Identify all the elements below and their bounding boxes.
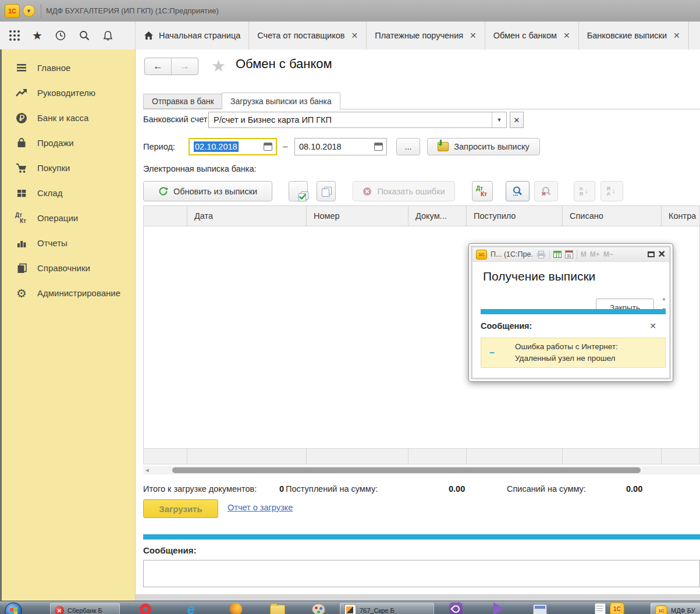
close-icon[interactable]: ✕ (351, 31, 358, 40)
column-written-off[interactable]: Списано (563, 206, 662, 226)
cancel-find-button[interactable] (534, 181, 558, 201)
shopping-cart-icon (15, 161, 29, 175)
memory-mplus-button[interactable]: M+ (590, 250, 600, 258)
functions-menu-icon[interactable] (9, 30, 20, 41)
quick-toolbar: ★ (0, 22, 136, 49)
find-icon (512, 186, 523, 197)
taskbar-paint-icon[interactable] (312, 604, 325, 614)
horizontal-scrollbar[interactable]: ◄ (143, 466, 700, 474)
tab-bank-statements[interactable]: Банковские выписки ✕ (579, 22, 689, 49)
calendar-day-icon[interactable]: 31 (565, 250, 573, 258)
sidebar-item-references[interactable]: Справочники (2, 255, 135, 281)
sidebar-item-administration[interactable]: ⚙ Администрирование (2, 281, 135, 306)
column-checkbox[interactable] (144, 206, 187, 226)
taskbar-opera-icon[interactable] (140, 604, 151, 614)
load-button[interactable]: Загрузить (143, 499, 218, 518)
sidebar-item-main[interactable]: Главное (2, 55, 135, 80)
dialog-error-message[interactable]: – Ошибка работы с Интернет: Удаленный уз… (481, 338, 666, 368)
column-number[interactable]: Номер (307, 206, 408, 226)
taskbar-firefox-icon[interactable] (229, 603, 242, 614)
tab-send-to-bank[interactable]: Отправка в банк (143, 94, 223, 109)
check-icon (299, 194, 306, 200)
period-from-field[interactable]: 02.10.2018 (189, 138, 277, 155)
taskbar-ie-icon[interactable]: e (187, 603, 195, 614)
tab-home[interactable]: Начальная страница (136, 22, 249, 49)
tab-label: Отправка в банк (152, 97, 214, 106)
appbar: ★ Начальная страница Счета от поставщико… (0, 22, 700, 50)
taskbar-calculator-icon[interactable] (533, 603, 547, 614)
close-icon[interactable]: ✕ (673, 31, 680, 40)
history-icon[interactable] (55, 30, 66, 41)
back-button[interactable]: ← (145, 58, 172, 74)
sidebar-item-manager[interactable]: Руководителю (2, 80, 135, 105)
print-icon[interactable] (536, 251, 546, 258)
taskbar-viber-icon[interactable] (449, 602, 463, 614)
favorite-star-icon[interactable]: ★ (211, 58, 226, 74)
period-to-field[interactable]: 08.10.2018 (294, 138, 387, 155)
memory-mminus-button[interactable]: M− (603, 250, 613, 258)
sidebar-item-purchases[interactable]: Покупки (2, 155, 135, 180)
calendar-icon[interactable] (374, 143, 383, 151)
tab-bank-exchange[interactable]: Обмен с банком ✕ (485, 22, 579, 49)
search-icon[interactable] (79, 30, 90, 41)
sidebar-item-bank-cash[interactable]: Банк и касса (2, 105, 135, 130)
sidebar-item-operations[interactable]: ДтКт Операции (2, 205, 135, 230)
memory-m-button[interactable]: M (581, 250, 587, 258)
scrollbar-thumb[interactable] (172, 467, 641, 473)
taskbar-button-mdf[interactable]: 1С МДФ БУ (651, 603, 700, 614)
chevron-down-icon[interactable]: ▼ (492, 112, 506, 127)
forward-button[interactable]: → (172, 58, 198, 74)
clear-account-button[interactable]: ✕ (510, 112, 524, 128)
sidebar-item-label: Главное (37, 63, 70, 73)
sort-ascending-button[interactable]: АЯ↓ (574, 181, 595, 201)
column-received[interactable]: Поступило (467, 206, 563, 226)
show-errors-button[interactable]: Показать ошибки (353, 181, 455, 201)
calculator-table-icon[interactable] (553, 251, 562, 258)
tab-load-statement[interactable]: Загрузка выписки из банка (222, 93, 340, 109)
start-button[interactable] (5, 602, 22, 614)
uncheck-all-button[interactable] (317, 181, 336, 201)
column-date[interactable]: Дата (187, 206, 307, 226)
main-menu-dropdown[interactable]: ▼ (23, 5, 35, 17)
taskbar-notepad-icon[interactable] (595, 603, 606, 614)
tab-payment-orders[interactable]: Платежные поручения ✕ (367, 22, 485, 49)
taskbar-button-767[interactable]: 767_Скре Б (340, 603, 434, 614)
find-button[interactable] (506, 181, 530, 201)
sidebar-item-label: Руководителю (37, 88, 95, 98)
debit-credit-button[interactable]: ДтКт (472, 181, 493, 201)
sidebar-item-reports[interactable]: Отчеты (2, 230, 135, 255)
check-all-button[interactable] (289, 181, 308, 201)
notifications-bell-icon[interactable] (102, 30, 113, 41)
sort-descending-button[interactable]: ЯА↓ (600, 181, 623, 201)
favorites-icon[interactable]: ★ (32, 30, 42, 41)
taskbar-button-sberbank[interactable]: ✕ Сбербанк Б (50, 603, 120, 614)
maximize-icon[interactable] (648, 251, 655, 257)
sidebar-item-label: Склад (37, 188, 62, 198)
scroll-left-icon[interactable]: ◄ (143, 467, 151, 473)
close-icon[interactable]: ✕ (563, 31, 570, 40)
column-counterparty[interactable]: Контра (662, 206, 699, 226)
app-logo-1c[interactable]: 1С (5, 4, 20, 18)
taskbar-1c-icon[interactable]: 1С (610, 602, 624, 614)
dialog-close-icon[interactable]: ✕ (658, 250, 666, 259)
request-statement-button[interactable]: Запросить выписку (427, 138, 540, 155)
sidebar-item-sales[interactable]: Продажи (2, 130, 135, 155)
dialog-messages-close-icon[interactable]: ✕ (649, 321, 656, 331)
show-errors-label: Показать ошибки (377, 187, 445, 196)
calendar-icon[interactable] (264, 143, 272, 151)
sidebar-item-warehouse[interactable]: Склад (2, 180, 135, 205)
dialog-close-button-clipped[interactable]: Закрыть (596, 299, 656, 309)
tab-supplier-invoices[interactable]: Счета от поставщиков ✕ (249, 22, 367, 49)
load-report-link[interactable]: Отчет о загрузке (228, 503, 293, 512)
total-docs-label: Итого к загрузке документов: (143, 484, 257, 494)
messages-panel[interactable] (143, 560, 700, 587)
refresh-from-statement-button[interactable]: Обновить из выписки (143, 181, 272, 201)
column-document[interactable]: Докум... (408, 206, 467, 226)
close-icon[interactable]: ✕ (470, 31, 477, 40)
taskbar-play-icon[interactable] (493, 602, 504, 614)
taskbar-explorer-icon[interactable] (270, 603, 285, 614)
dialog-titlebar[interactable]: 1С П... (1С:Пре. 31 M M+ M− ✕ (472, 247, 669, 262)
period-more-button[interactable]: ... (396, 138, 420, 155)
request-statement-label: Запросить выписку (454, 142, 529, 151)
bank-account-field[interactable]: Р/счет и Бизнес карта ИП ГКП ▼ (208, 112, 507, 128)
